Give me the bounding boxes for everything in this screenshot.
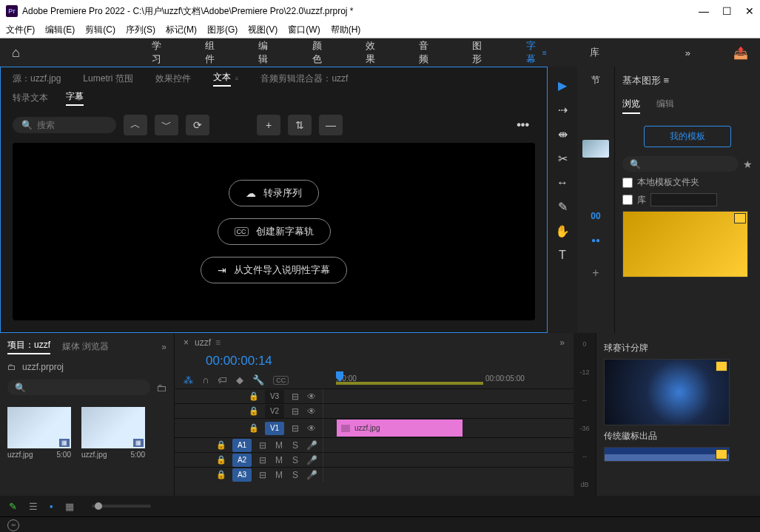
template-thumb-2[interactable] (604, 359, 730, 425)
template-thumb-1[interactable] (622, 211, 748, 277)
search-box[interactable]: 🔍 (13, 117, 116, 133)
tab-source[interactable]: 源：uzzf.jpg (13, 73, 61, 85)
toggle-output[interactable]: ⊟ (290, 423, 300, 434)
subtab-transcribe[interactable]: 转录文本 (13, 92, 48, 104)
settings-icon[interactable]: ◆ (236, 374, 243, 385)
toggle-output[interactable]: ⊟ (290, 391, 300, 402)
menu-clip[interactable]: 剪辑(C) (85, 24, 115, 36)
new-bin-icon[interactable]: 🗀 (156, 382, 167, 394)
mute-button[interactable]: M (274, 455, 284, 465)
track-v2[interactable]: V2 (265, 405, 284, 418)
timeline-ruler[interactable]: ;00:00 00:00:05:00 (323, 371, 565, 386)
ws-effects[interactable]: 效果 (366, 39, 376, 66)
mute-button[interactable]: M (274, 470, 284, 480)
razor-tool[interactable]: ✂ (558, 152, 568, 166)
menu-window[interactable]: 窗口(W) (288, 24, 320, 36)
link-icon[interactable]: ∩ (202, 374, 209, 385)
export-icon[interactable]: 📤 (733, 46, 748, 60)
search-input[interactable] (37, 120, 104, 130)
lock-icon[interactable]: 🔒 (249, 423, 259, 433)
toggle-output[interactable]: ⊟ (290, 406, 300, 417)
list-view-icon[interactable]: ☰ (29, 501, 38, 512)
selection-tool[interactable]: ▶ (558, 78, 567, 92)
toggle-output[interactable]: ⊟ (258, 455, 268, 465)
preview-markers[interactable]: ●● (591, 236, 600, 244)
tab-media-browser[interactable]: 媒体 浏览器 (62, 340, 109, 353)
in-out-range[interactable] (336, 382, 483, 385)
ws-editing[interactable]: 编辑 (258, 39, 269, 66)
clip-thumb-1[interactable]: ▦ uzzf.jpg 5:00 (7, 407, 71, 459)
template-thumb-3[interactable] (604, 447, 730, 462)
lock-icon[interactable]: 🔒 (216, 470, 226, 479)
nav-down-button[interactable]: ﹀ (155, 115, 178, 135)
track-v1[interactable]: V1 (265, 422, 284, 435)
ws-learn[interactable]: 学习 (152, 39, 162, 66)
ws-library[interactable]: 库 (590, 46, 599, 59)
pen-tool-icon[interactable]: ✎ (9, 501, 17, 512)
toggle-output[interactable]: ⊟ (258, 470, 268, 480)
lock-icon[interactable]: 🔒 (216, 455, 226, 465)
ws-color[interactable]: 颜色 (312, 39, 323, 66)
library-checkbox[interactable] (622, 195, 633, 205)
lock-icon[interactable]: 🔒 (216, 440, 226, 450)
tab-effect-controls[interactable]: 效果控件 (155, 73, 191, 85)
clip-thumb-2[interactable]: ▦ uzzf.jpg 5:00 (81, 407, 145, 459)
split-button[interactable]: ⇅ (288, 115, 312, 135)
type-tool[interactable]: T (559, 249, 566, 262)
ws-more[interactable]: » (685, 47, 690, 58)
sequence-tab-close[interactable]: × (184, 337, 189, 348)
sequence-name[interactable]: uzzf (195, 337, 211, 348)
add-button[interactable]: + (257, 115, 280, 135)
ess-search-input[interactable] (645, 158, 731, 169)
creative-cloud-icon[interactable]: ∞ (7, 519, 19, 531)
favorites-icon[interactable]: ★ (743, 158, 753, 170)
ws-audio[interactable]: 音频 (419, 39, 429, 66)
timeline-timecode[interactable]: 00:00:00:14 (206, 354, 272, 368)
icon-view-icon[interactable]: ▪ (50, 501, 53, 512)
cc-toggle-icon[interactable]: CC (273, 376, 289, 385)
toggle-output[interactable]: ⊟ (258, 440, 268, 451)
menu-file[interactable]: 文件(F) (6, 24, 35, 36)
lock-icon[interactable]: 🔒 (249, 406, 259, 416)
menu-markers[interactable]: 标记(M) (166, 24, 197, 36)
subtab-captions[interactable]: 字幕 (66, 90, 84, 106)
hand-tool[interactable]: ✋ (555, 224, 570, 238)
tab-project[interactable]: 项目：uzzf (7, 339, 50, 354)
ws-graphics[interactable]: 图形 (472, 39, 482, 66)
new-caption-track-button[interactable]: CC 创建新字幕轨 (218, 218, 331, 245)
minimize-button[interactable]: — (699, 5, 709, 17)
solo-button[interactable]: S (290, 455, 300, 465)
merge-button[interactable]: — (319, 115, 343, 135)
menu-sequence[interactable]: 序列(S) (126, 24, 155, 36)
menu-help[interactable]: 帮助(H) (331, 24, 361, 36)
timeline-more[interactable]: » (559, 337, 565, 348)
track-a3[interactable]: A3 (232, 468, 252, 482)
eye-icon[interactable]: 👁 (306, 391, 317, 402)
zoom-slider[interactable] (92, 505, 151, 508)
ess-tab-browse[interactable]: 浏览 (622, 98, 640, 114)
ripple-tool[interactable]: ⇼ (558, 127, 568, 141)
mic-icon[interactable]: 🎤 (306, 440, 317, 451)
close-button[interactable]: ✕ (745, 5, 754, 17)
tab-text[interactable]: 文本 (213, 71, 231, 87)
project-search-input[interactable] (26, 382, 143, 393)
wrench-icon[interactable]: 🔧 (252, 374, 264, 385)
proj-tabs-more[interactable]: » (161, 342, 167, 352)
pen-tool[interactable]: ✎ (558, 200, 568, 214)
menu-edit[interactable]: 编辑(E) (45, 24, 75, 36)
mute-button[interactable]: M (274, 440, 284, 451)
home-icon[interactable]: ⌂ (12, 45, 20, 61)
track-a1[interactable]: A1 (232, 439, 252, 452)
library-select[interactable] (650, 193, 717, 206)
project-search-box[interactable]: 🔍 (7, 380, 150, 395)
ws-assembly[interactable]: 组件 (205, 39, 215, 66)
refresh-button[interactable]: ⟳ (186, 115, 209, 135)
solo-button[interactable]: S (290, 440, 300, 451)
marker-add-icon[interactable]: 🏷 (218, 374, 227, 385)
freeform-view-icon[interactable]: ▦ (65, 501, 74, 512)
track-select-tool[interactable]: ⇢ (558, 103, 568, 117)
timeline-clip[interactable]: uzzf.jpg (337, 420, 463, 437)
ws-captions[interactable]: 字幕 (526, 39, 537, 66)
lock-icon[interactable]: 🔒 (249, 391, 259, 401)
nav-up-button[interactable]: ︿ (124, 115, 147, 135)
